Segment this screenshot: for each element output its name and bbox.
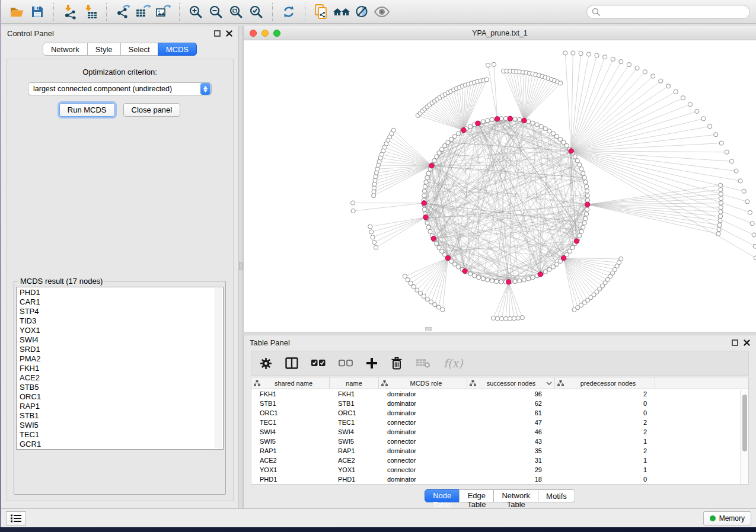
- zoom-out-icon: [209, 5, 223, 19]
- table-row[interactable]: STB1STB1dominator620: [251, 399, 748, 408]
- mcds-list-item[interactable]: FKH1: [20, 364, 223, 373]
- tab-node-table[interactable]: Node Table: [425, 489, 460, 502]
- desktop-edge: [0, 0, 1, 527]
- network-window-title: YPA_prune.txt_1: [472, 29, 528, 37]
- network-canvas[interactable]: [244, 40, 756, 332]
- import-table-button[interactable]: [80, 2, 100, 21]
- table-row[interactable]: YOX1YOX1connector291: [251, 465, 748, 475]
- tab-edge-table[interactable]: Edge Table: [459, 489, 494, 502]
- window-minimize-button[interactable]: [261, 30, 269, 37]
- refresh-view-button[interactable]: [279, 2, 299, 21]
- column-header-predecessor-nodes[interactable]: predecessor nodes: [555, 377, 655, 389]
- node-table[interactable]: shared namenameMCDS rolesuccessor nodesp…: [251, 377, 749, 485]
- mcds-list-item[interactable]: PHD1: [20, 288, 223, 297]
- table-row[interactable]: FKH1FKH1dominator962: [251, 389, 748, 399]
- mcds-list-item[interactable]: PMA2: [20, 354, 223, 364]
- import-network-button[interactable]: [60, 2, 80, 21]
- memory-button[interactable]: Memory: [703, 511, 751, 525]
- mcds-list-item[interactable]: ACE2: [20, 373, 223, 383]
- mcds-list-item[interactable]: ORC1: [20, 392, 223, 402]
- right-column: YPA_prune.txt_1 Table Panel: [243, 26, 756, 508]
- mcds-list-item[interactable]: STB5: [20, 383, 223, 392]
- column-layout-button[interactable]: [285, 354, 298, 372]
- table-row[interactable]: TEC1TEC1connector472: [251, 418, 748, 427]
- table-cell: SWI4: [251, 428, 330, 435]
- search-input[interactable]: [600, 8, 745, 16]
- mcds-result-list[interactable]: PHD1CAR1STP4TID3YOX1SWI4SRD1PMA2FKH1ACE2…: [16, 287, 224, 450]
- shared-column-icon: [254, 380, 260, 386]
- refresh-icon: [282, 5, 296, 19]
- optimization-criterion-value: largest connected component (undirected): [28, 85, 200, 93]
- toggle-graphics-details-button[interactable]: [352, 2, 372, 21]
- shared-column-icon: [470, 380, 476, 386]
- mcds-list-item[interactable]: SRD1: [20, 345, 223, 354]
- zoom-out-button[interactable]: [206, 2, 226, 21]
- open-from-web-button[interactable]: [331, 2, 352, 21]
- mcds-list-item[interactable]: STB1: [20, 411, 223, 421]
- table-settings-button[interactable]: [260, 354, 272, 372]
- table-row[interactable]: RAP1RAP1dominator352: [251, 446, 748, 456]
- column-header-shared-name[interactable]: shared name: [251, 377, 330, 389]
- column-header-successor-nodes[interactable]: successor nodes: [467, 377, 555, 389]
- table-row[interactable]: ACE2ACE2connector311: [251, 456, 748, 465]
- delete-column-button[interactable]: [391, 354, 403, 372]
- mcds-list-item[interactable]: TEC1: [20, 430, 223, 440]
- show-graphics-button[interactable]: [372, 2, 392, 21]
- optimization-criterion-select[interactable]: largest connected component (undirected): [28, 82, 212, 95]
- delete-table-button[interactable]: [416, 354, 430, 372]
- toolbar-separator: [179, 3, 180, 21]
- mcds-list-item[interactable]: SWI5: [20, 421, 223, 430]
- network-window-titlebar[interactable]: YPA_prune.txt_1: [244, 26, 756, 40]
- eye-icon: [374, 5, 390, 18]
- table-scrollbar-thumb[interactable]: [742, 395, 747, 451]
- window-close-button[interactable]: [250, 30, 257, 37]
- table-row[interactable]: SWI4SWI4dominator462: [251, 427, 748, 437]
- run-mcds-button[interactable]: Run MCDS: [59, 103, 115, 117]
- table-row[interactable]: SWI5SWI5connector431: [251, 437, 748, 446]
- float-panel-icon[interactable]: [732, 339, 738, 346]
- add-column-button[interactable]: [366, 354, 378, 372]
- tab-motifs[interactable]: Motifs: [538, 489, 575, 502]
- mcds-list-item[interactable]: YOX1: [20, 326, 223, 335]
- network-graph[interactable]: [244, 40, 756, 332]
- mcds-list-item[interactable]: CAR1: [20, 297, 223, 307]
- export-table-button[interactable]: [133, 2, 153, 21]
- float-panel-icon[interactable]: [214, 30, 221, 37]
- mcds-list-scrollbar[interactable]: [215, 288, 222, 448]
- close-panel-icon[interactable]: [226, 30, 232, 37]
- mcds-list-item[interactable]: STP4: [20, 307, 223, 316]
- tab-network[interactable]: Network: [43, 43, 88, 56]
- mcds-list-item[interactable]: RAP1: [20, 402, 223, 411]
- mcds-list-item[interactable]: TID3: [20, 316, 223, 326]
- close-panel-button[interactable]: Close panel: [123, 103, 181, 117]
- zoom-in-button[interactable]: [186, 2, 206, 21]
- export-image-button[interactable]: [153, 2, 173, 21]
- column-header-MCDS-role[interactable]: MCDS role: [379, 377, 467, 389]
- table-scrollbar[interactable]: [740, 390, 748, 484]
- function-builder-button[interactable]: f(x): [444, 354, 463, 372]
- save-session-button[interactable]: [27, 2, 47, 21]
- tab-style[interactable]: Style: [87, 43, 121, 56]
- close-panel-icon[interactable]: [744, 339, 750, 346]
- tab-select[interactable]: Select: [120, 43, 158, 56]
- mcds-list-item[interactable]: GCR1: [20, 440, 223, 449]
- column-header-name[interactable]: name: [330, 377, 379, 389]
- table-row[interactable]: ORC1ORC1dominator610: [251, 408, 748, 418]
- table-row[interactable]: PHD1PHD1dominator180: [251, 475, 748, 484]
- panel-divider-vertical[interactable]: [238, 26, 243, 508]
- zoom-selected-button[interactable]: [246, 2, 266, 21]
- select-all-button[interactable]: [311, 354, 326, 372]
- deselect-all-button[interactable]: [339, 354, 353, 372]
- tab-mcds[interactable]: MCDS: [158, 43, 197, 56]
- toolbar-separator: [53, 3, 54, 21]
- divider-knob[interactable]: [239, 262, 243, 270]
- open-session-button[interactable]: [7, 2, 27, 21]
- export-to-web-button[interactable]: [311, 2, 331, 21]
- zoom-fit-button[interactable]: [226, 2, 246, 21]
- canvas-scroll-knob[interactable]: [425, 327, 432, 331]
- window-zoom-button[interactable]: [273, 30, 280, 37]
- mcds-list-item[interactable]: SWI4: [20, 335, 223, 345]
- tab-network-table[interactable]: Network Table: [493, 489, 538, 502]
- panel-list-button[interactable]: [6, 511, 26, 525]
- export-network-button[interactable]: [113, 2, 133, 21]
